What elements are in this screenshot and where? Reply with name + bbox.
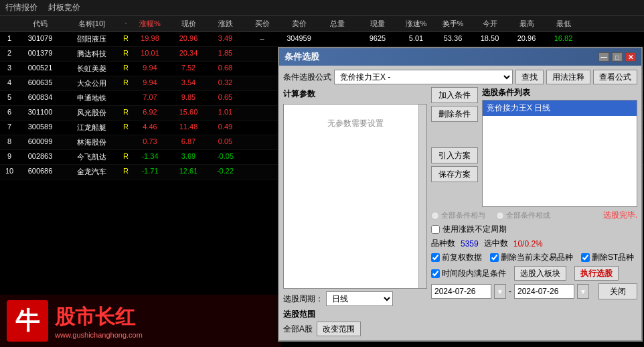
table-row[interactable]: 1301079邵阳液压R19.9820.963.49–30495996255.0… [0, 32, 644, 47]
table-cell: 0.73 [130, 136, 170, 149]
menu-item-bidding[interactable]: 封板竞价 [46, 1, 83, 14]
change-scope-button[interactable]: 改变范围 [317, 322, 361, 336]
table-cell: R [122, 165, 130, 178]
table-cell: 300589 [19, 121, 62, 134]
table-cell: 3.54 [170, 77, 207, 90]
use-period-label: 使用涨跌不定周期 [442, 224, 507, 235]
table-cell: 002863 [19, 151, 62, 163]
conditions-list[interactable]: 竞价接力王X 日线 [482, 100, 637, 207]
table-cell: 风光股份 [62, 107, 122, 119]
radio-row: 全部条件相与 全部条件相或 选股完毕. [431, 210, 637, 221]
pre-rights-checkbox[interactable] [431, 253, 440, 262]
table-cell: 3.49 [207, 33, 244, 46]
table-cell: 20.96 [508, 33, 545, 46]
period-select[interactable]: 日线 [326, 291, 393, 306]
logo-sub: www.gushichanghong.com [55, 331, 143, 339]
del-st-checkbox[interactable] [581, 253, 590, 262]
table-cell: 7.52 [170, 62, 207, 75]
date-from-dropdown[interactable]: ▼ [494, 284, 506, 299]
table-cell: 0.49 [207, 121, 244, 134]
execute-button[interactable]: 执行选股 [574, 266, 619, 281]
table-header: 代码 名称[10] · 涨幅% 现价 涨跌 买价 卖价 总量 现量 涨速% 换手… [0, 16, 644, 32]
close-dialog-button[interactable]: 关闭 [598, 283, 637, 299]
table-cell: 6.87 [170, 136, 207, 149]
date-from-input[interactable] [431, 284, 491, 299]
scope-value: 全部A股 [283, 324, 313, 335]
table-cell: 7.07 [130, 92, 170, 105]
th-code: 代码 [19, 17, 62, 30]
table-cell: 301079 [19, 33, 62, 46]
radio-or[interactable]: 全部条件相或 [496, 210, 550, 220]
table-cell: 600834 [19, 92, 62, 105]
table-cell [244, 107, 280, 119]
stats-selected-label: 选中数 [484, 238, 508, 249]
select-block-button[interactable]: 选股入板块 [514, 266, 566, 281]
bull-icon: 牛 [7, 300, 48, 342]
radio-and-input[interactable] [431, 212, 439, 220]
search-button[interactable]: 查找 [515, 70, 544, 84]
delete-condition-button[interactable]: 删除条件 [431, 106, 478, 122]
table-cell: 9.94 [130, 77, 170, 90]
params-scrollbar[interactable] [418, 105, 426, 288]
th-change-pct: 涨幅% [130, 17, 170, 30]
usage-button[interactable]: 用法注释 [546, 70, 590, 84]
radio-and[interactable]: 全部条件相与 [431, 210, 485, 220]
radio-or-input[interactable] [496, 212, 504, 220]
logo-main: 股市长红 [55, 303, 143, 331]
table-cell: 1 [0, 33, 19, 46]
table-cell [244, 165, 280, 178]
table-cell: 0.05 [207, 136, 244, 149]
table-cell: 53.36 [434, 33, 471, 46]
radio-and-label: 全部条件相与 [441, 210, 485, 220]
table-cell [244, 62, 280, 75]
add-condition-button[interactable]: 加入条件 [431, 87, 478, 103]
view-formula-button[interactable]: 查看公式 [593, 70, 637, 84]
period-label: 选股周期： [283, 293, 323, 305]
right-panel: 加入条件 删除条件 引入方案 保存方案 选股条件列表 竞价接力王X 日线 [431, 87, 637, 336]
table-cell: 001379 [19, 48, 62, 60]
condition-item-selected[interactable]: 竞价接力王X 日线 [483, 100, 637, 116]
table-cell: 6 [0, 107, 19, 119]
date-to-input[interactable] [514, 284, 574, 299]
scope-section: 选股范围 全部A股 改变范围 [283, 309, 427, 336]
th-total-vol: 总量 [317, 17, 357, 30]
dialog-title-bar: 条件选股 — □ ✕ [279, 48, 641, 66]
dialog-close-button[interactable]: ✕ [625, 52, 636, 62]
pre-rights-item: 前复权数据 [431, 252, 482, 263]
use-period-row: 使用涨跌不定周期 [431, 224, 637, 235]
table-cell: 000521 [19, 62, 62, 75]
table-cell: 6.92 [130, 107, 170, 119]
stats-selected-value: 10/0.2% [513, 239, 543, 249]
time-period-checkbox[interactable] [431, 269, 440, 278]
period-row: 选股周期： 日线 [283, 291, 427, 306]
date-separator: - [509, 287, 511, 296]
import-plan-button[interactable]: 引入方案 [431, 147, 478, 163]
save-plan-button[interactable]: 保存方案 [431, 166, 478, 182]
action-buttons: 加入条件 删除条件 引入方案 保存方案 [431, 87, 478, 207]
table-cell: 5 [0, 92, 19, 105]
pre-rights-label: 前复权数据 [442, 252, 482, 263]
menu-bar: 行情报价 封板竞价 [0, 0, 644, 16]
time-period-label: 时间段内满足条件 [442, 268, 506, 279]
bottom-logo: 牛 股市长红 www.gushichanghong.com [0, 295, 281, 347]
th-low: 最低 [545, 17, 582, 30]
table-cell [244, 92, 280, 105]
th-name: 名称[10] [62, 17, 122, 30]
date-to-dropdown[interactable]: ▼ [577, 284, 589, 299]
table-cell: 9 [0, 151, 19, 163]
del-no-trade-label: 删除当前未交易品种 [501, 252, 573, 263]
formula-label: 条件选股公式 [283, 72, 331, 83]
table-cell: 大众公用 [62, 77, 122, 90]
main-content: 计算参数 无参数需要设置 选股周期： 日线 选股范围 全部A股 [283, 87, 637, 336]
formula-select[interactable]: 竞价接力王X - [334, 70, 513, 84]
use-period-checkbox[interactable] [431, 225, 440, 234]
scope-label: 选股范围 [283, 309, 427, 320]
finish-text: 选股完毕. [603, 210, 637, 221]
table-cell [122, 92, 130, 105]
table-cell: 申通地铁 [62, 92, 122, 105]
dialog-minimize-button[interactable]: — [598, 52, 609, 62]
del-st-label: 删除ST品种 [592, 252, 634, 263]
del-no-trade-checkbox[interactable] [490, 253, 499, 262]
menu-item-quotes[interactable]: 行情报价 [3, 1, 40, 14]
dialog-restore-button[interactable]: □ [612, 52, 623, 62]
